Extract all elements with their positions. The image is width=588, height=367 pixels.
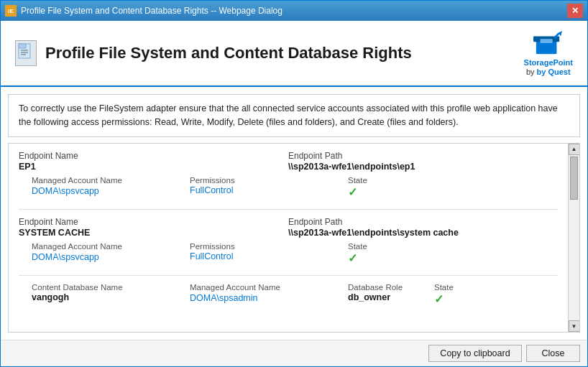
- endpoint-name-value-1: EP1: [19, 162, 288, 172]
- close-window-button[interactable]: ✕: [567, 4, 583, 18]
- db-name-label: Content Database Name: [32, 283, 190, 292]
- section-db: Content Database Name vangogh Managed Ac…: [19, 283, 558, 306]
- endpoint-name-col-1: Endpoint Name EP1: [19, 151, 288, 172]
- managed-account-label-2: Managed Account Name: [32, 242, 190, 251]
- permissions-col-1: Permissions FullControl: [190, 176, 348, 195]
- state-col-1: State ✓: [348, 176, 405, 199]
- managed-account-col-2: Managed Account Name DOMA\spsvcapp: [32, 242, 190, 262]
- state-label-1: State: [348, 176, 405, 185]
- scrollbar-up-button[interactable]: ▲: [569, 144, 580, 155]
- permissions-label-2: Permissions: [190, 242, 348, 251]
- endpoint-path-value-1: \\sp2013a-wfe1\endpoints\ep1: [288, 162, 558, 172]
- permissions-value-1: FullControl: [190, 185, 348, 195]
- managed-account-label-1: Managed Account Name: [32, 176, 190, 185]
- db-role-value: db_owner: [348, 292, 434, 302]
- section-ep1: Endpoint Name EP1 Endpoint Path \\sp2013…: [19, 151, 558, 199]
- logo: StoragePoint by by Quest: [524, 29, 573, 77]
- header: Profile File System and Content Database…: [1, 21, 587, 87]
- permissions-col-2: Permissions FullControl: [190, 242, 348, 261]
- endpoint-name-label-2: Endpoint Name: [19, 217, 288, 227]
- scrollbar-thumb-area: [569, 155, 579, 320]
- endpoint-path-col-2: Endpoint Path \\sp2013a-wfe1\endpoints\s…: [288, 217, 558, 238]
- endpoint-name-label-1: Endpoint Name: [19, 151, 288, 161]
- permissions-value-2: FullControl: [190, 251, 348, 261]
- copy-to-clipboard-button[interactable]: Copy to clipboard: [428, 345, 522, 362]
- endpoint-name-col-2: Endpoint Name SYSTEM CACHE: [19, 217, 288, 238]
- endpoint-path-value-2: \\sp2013a-wfe1\endpoints\system cache: [288, 228, 558, 238]
- section-system-cache: Endpoint Name SYSTEM CACHE Endpoint Path…: [19, 217, 558, 265]
- endpoint-row-2: Endpoint Name SYSTEM CACHE Endpoint Path…: [19, 217, 558, 238]
- endpoint-path-col-1: Endpoint Path \\sp2013a-wfe1\endpoints\e…: [288, 151, 558, 172]
- scrollbar[interactable]: ▲ ▼: [568, 144, 579, 332]
- managed-account-link-2[interactable]: DOMA\spsvcapp: [32, 252, 99, 262]
- db-managed-col: Managed Account Name DOMA\spsadmin: [190, 283, 348, 303]
- svg-rect-3: [19, 44, 26, 48]
- divider-1: [19, 209, 558, 210]
- header-left: Profile File System and Content Database…: [15, 40, 412, 66]
- close-button[interactable]: Close: [526, 345, 580, 362]
- title-bar-text: Profile File System and Content Database…: [21, 6, 282, 16]
- db-managed-link[interactable]: DOMA\spsadmin: [190, 293, 257, 303]
- divider-2: [19, 275, 558, 276]
- db-state-col: State ✓: [434, 283, 477, 306]
- endpoint-path-label-1: Endpoint Path: [288, 151, 558, 161]
- app-icon: IE: [5, 5, 17, 17]
- db-state-label: State: [434, 283, 477, 292]
- page-title: Profile File System and Content Database…: [45, 44, 412, 62]
- title-bar-left: IE Profile File System and Content Datab…: [5, 5, 282, 17]
- sub-section-db: Content Database Name vangogh Managed Ac…: [19, 283, 558, 306]
- db-role-label: Database Role: [348, 283, 434, 292]
- sub-section-1: Managed Account Name DOMA\spsvcapp Permi…: [19, 176, 558, 199]
- info-text: To correctly use the FileSystem adapter …: [19, 103, 558, 127]
- managed-account-col-1: Managed Account Name DOMA\spsvcapp: [32, 176, 190, 196]
- info-box: To correctly use the FileSystem adapter …: [8, 94, 580, 137]
- sub-row-2: Managed Account Name DOMA\spsvcapp Permi…: [32, 242, 558, 265]
- logo-text: StoragePoint by by Quest: [524, 58, 573, 77]
- db-name-col: Content Database Name vangogh: [32, 283, 190, 302]
- state-label-2: State: [348, 242, 405, 251]
- scroll-content[interactable]: Endpoint Name EP1 Endpoint Path \\sp2013…: [9, 144, 568, 332]
- svg-text:IE: IE: [8, 8, 14, 14]
- scroll-container: Endpoint Name EP1 Endpoint Path \\sp2013…: [8, 143, 580, 333]
- state-check-2: ✓: [348, 251, 405, 265]
- document-icon: [15, 40, 37, 66]
- content-area: To correctly use the FileSystem adapter …: [1, 87, 587, 340]
- managed-account-link-1[interactable]: DOMA\spsvcapp: [32, 186, 99, 196]
- db-row: Content Database Name vangogh Managed Ac…: [32, 283, 558, 306]
- scrollbar-down-button[interactable]: ▼: [569, 320, 580, 332]
- dialog-window: IE Profile File System and Content Datab…: [0, 0, 588, 367]
- endpoint-path-label-2: Endpoint Path: [288, 217, 558, 227]
- svg-rect-9: [540, 39, 552, 43]
- db-state-check: ✓: [434, 292, 477, 306]
- logo-brand: StoragePoint: [524, 58, 573, 67]
- state-col-2: State ✓: [348, 242, 405, 265]
- db-role-col: Database Role db_owner: [348, 283, 434, 302]
- db-name-value: vangogh: [32, 292, 190, 302]
- sub-section-2: Managed Account Name DOMA\spsvcapp Permi…: [19, 242, 558, 265]
- endpoint-row-1: Endpoint Name EP1 Endpoint Path \\sp2013…: [19, 151, 558, 172]
- endpoint-name-value-2: SYSTEM CACHE: [19, 228, 288, 238]
- db-managed-label: Managed Account Name: [190, 283, 348, 292]
- permissions-label-1: Permissions: [190, 176, 348, 185]
- footer: Copy to clipboard Close: [1, 340, 587, 366]
- sub-row-1: Managed Account Name DOMA\spsvcapp Permi…: [32, 176, 558, 199]
- logo-sub: by Quest: [537, 68, 571, 76]
- state-check-1: ✓: [348, 185, 405, 199]
- scrollbar-thumb[interactable]: [570, 157, 578, 200]
- title-bar: IE Profile File System and Content Datab…: [1, 1, 587, 21]
